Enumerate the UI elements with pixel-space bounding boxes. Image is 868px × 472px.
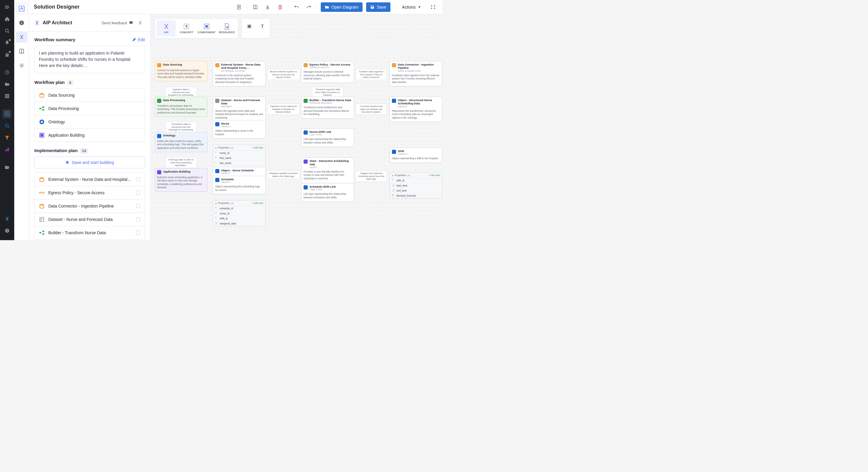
filter-icon[interactable] xyxy=(2,133,12,142)
node-ontology[interactable]: Ontology Define the data model for nurse… xyxy=(155,132,208,152)
info-icon[interactable]: i xyxy=(16,17,27,28)
book-icon[interactable] xyxy=(16,46,27,57)
svg-rect-11 xyxy=(5,112,9,116)
impl-item[interactable]: Egress Policy - Secure Access xyxy=(35,186,145,199)
redo-icon[interactable] xyxy=(305,3,313,11)
canvas-toolbar: AIP CONCEPT COMPONENT RESOURCE T xyxy=(155,19,270,38)
notifications-icon[interactable] xyxy=(2,38,12,48)
node-data-processing[interactable]: Data Processing Transform and prepare da… xyxy=(155,97,208,117)
svg-rect-3 xyxy=(6,94,8,95)
gift-icon[interactable] xyxy=(2,50,12,59)
folder-icon[interactable] xyxy=(2,80,12,89)
search-highlighted-icon[interactable] xyxy=(2,121,12,130)
svg-rect-4 xyxy=(8,94,9,95)
impl-item[interactable]: Builder - Transform Nurse Data xyxy=(35,226,145,240)
plan-item-ontology[interactable]: Ontology xyxy=(35,115,145,129)
edge-label: Processed data is structured into the on… xyxy=(165,122,196,132)
impl-plan-list: External System - Nurse Data and Hospita… xyxy=(34,172,145,240)
node-schedule[interactable]: ScheduleOBJECT Object representing the s… xyxy=(213,176,266,194)
edge-label: Allows External System to access resourc… xyxy=(267,69,300,80)
open-diagram-button[interactable]: Open Diagram xyxy=(321,2,363,12)
actions-dropdown[interactable]: Actions xyxy=(398,2,425,12)
save-button[interactable]: Save xyxy=(366,2,391,12)
node-object-structured[interactable]: Object - Structured Nurse Scheduling Dat… xyxy=(390,97,442,122)
designer-main-icon[interactable] xyxy=(16,3,27,14)
panel-title: AIP Architect xyxy=(43,20,98,26)
canvas[interactable]: AIP CONCEPT COMPONENT RESOURCE T Data So… xyxy=(151,14,442,240)
schedule-properties[interactable]: ▴Properties(4)+ Add new ❞schedule_id ❞nu… xyxy=(213,200,266,226)
svg-point-28 xyxy=(41,121,43,123)
send-feedback-link[interactable]: Send feedback xyxy=(101,21,133,25)
workflow-summary-heading: Workflow summary xyxy=(34,37,132,42)
left-panel: AIP Architect Send feedback Workflow sum… xyxy=(29,14,151,240)
gear-icon[interactable] xyxy=(16,60,27,71)
menu-icon[interactable] xyxy=(2,2,12,12)
tool-text[interactable]: T xyxy=(256,21,268,32)
node-app-building[interactable]: Application Building Build the nurse sch… xyxy=(155,168,208,192)
folder-open-icon[interactable] xyxy=(2,162,12,172)
workflow-plan-list: Data Sourcing Data Processing Ontology A… xyxy=(34,88,145,142)
tool-select[interactable] xyxy=(243,21,255,32)
svg-rect-15 xyxy=(8,148,9,151)
add-property-button[interactable]: + Add new xyxy=(251,201,263,204)
svg-rect-9 xyxy=(6,97,8,98)
node-builder[interactable]: Builder - Transform Nurse DataPIPELINE B… xyxy=(301,97,354,119)
trash-icon[interactable] xyxy=(276,3,285,11)
edge-label: Ontology data is used to build the sched… xyxy=(165,157,196,168)
edge-label: Transfers ingested data from Data Connec… xyxy=(312,87,343,98)
download-icon[interactable] xyxy=(263,3,272,11)
svg-point-32 xyxy=(40,204,44,206)
impl-item[interactable]: Dataset - Nurse and Forecast Data xyxy=(35,213,145,226)
tool-aip[interactable]: AIP xyxy=(157,21,176,36)
apps-icon[interactable] xyxy=(2,91,12,101)
second-rail: i xyxy=(14,0,29,240)
svg-rect-8 xyxy=(5,97,6,98)
svg-rect-6 xyxy=(6,95,8,97)
tool-resource[interactable]: RESOURCE xyxy=(217,21,236,36)
node-dataset[interactable]: Dataset - Nurse and Forecast DataDATASET… xyxy=(213,97,266,122)
node-nurse[interactable]: NurseOBJECT Object representing a nurse … xyxy=(213,120,266,138)
node-data-sourcing[interactable]: Data Sourcing Connect to external system… xyxy=(155,61,208,81)
undo-icon[interactable] xyxy=(292,3,301,11)
chart-icon[interactable] xyxy=(2,145,12,154)
plan-item-data-sourcing[interactable]: Data Sourcing xyxy=(35,89,145,102)
node-object-nurse-schedule[interactable]: Object - Nurse ScheduleOBJECT xyxy=(213,167,266,177)
node-schedule-shift-link[interactable]: Schedule-Shift LinkLINK TYPE Link type r… xyxy=(301,183,354,201)
impl-item[interactable]: Data Connector - Ingestion Pipeline xyxy=(35,199,145,213)
keyboard-icon[interactable] xyxy=(429,3,438,11)
node-nurse-shift-link[interactable]: Nurse-Shift LinkLINK TYPE Link type repr… xyxy=(301,128,354,147)
edit-summary-link[interactable]: Edit xyxy=(132,37,145,42)
svg-rect-5 xyxy=(5,95,6,97)
svg-rect-14 xyxy=(7,149,8,151)
node-external-system[interactable]: External System - Nurse Data and Hospita… xyxy=(213,61,266,86)
history-icon[interactable] xyxy=(2,68,12,77)
svg-rect-43 xyxy=(248,26,250,28)
designer-icon[interactable] xyxy=(2,109,12,119)
shift-properties[interactable]: ▴Properties(4)+ Add new ❞shift_id 🕐start… xyxy=(390,172,442,198)
impl-item[interactable]: External System - Nurse Data and Hospita… xyxy=(35,173,145,186)
architect-icon[interactable] xyxy=(16,31,27,43)
node-shift[interactable]: ShiftOBJECT Object representing a shift … xyxy=(390,148,442,163)
add-property-button[interactable]: + Add new xyxy=(428,174,440,177)
impl-item[interactable]: Object - Structured Nurse Scheduling Dat… xyxy=(35,240,145,240)
summary-text: I am planning to build an application in… xyxy=(34,46,145,73)
tool-component[interactable]: COMPONENT xyxy=(197,21,216,36)
book-open-icon[interactable] xyxy=(251,3,260,11)
save-and-build-button[interactable]: Save and start building xyxy=(34,157,145,168)
document-icon[interactable] xyxy=(235,3,243,11)
edge-label: Transfers nurse data from Dataset to Bui… xyxy=(267,104,300,115)
node-egress[interactable]: Egress Policy - Secure AccessEGRESS POLI… xyxy=(301,61,354,83)
svg-rect-40 xyxy=(206,25,208,28)
node-data-connector[interactable]: Data Connector - Ingestion PipelineDATA … xyxy=(390,61,442,86)
help-icon[interactable]: ? xyxy=(2,226,12,235)
svg-point-12 xyxy=(5,124,8,127)
aip-icon-bottom[interactable] xyxy=(2,214,12,224)
plan-item-data-processing[interactable]: Data Processing xyxy=(35,102,145,115)
plan-item-application[interactable]: Application Building xyxy=(35,129,145,142)
search-icon[interactable] xyxy=(2,26,12,36)
collapse-panel-icon[interactable] xyxy=(136,19,145,27)
add-property-button[interactable]: + Add new xyxy=(251,146,263,149)
tool-concept[interactable]: CONCEPT xyxy=(177,21,196,36)
home-icon[interactable] xyxy=(2,14,12,24)
svg-rect-25 xyxy=(42,106,44,108)
